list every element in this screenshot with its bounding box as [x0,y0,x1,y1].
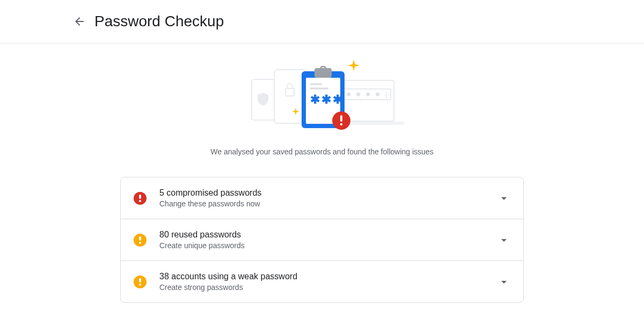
issue-desc: Create strong passwords [159,283,489,292]
svg-point-14 [139,242,141,244]
chevron-down-icon [497,276,510,288]
issue-text: 38 accounts using a weak password Create… [159,272,489,292]
svg-point-10 [340,123,342,125]
issue-row-reused[interactable]: 80 reused passwords Create unique passwo… [121,219,523,260]
svg-rect-13 [139,236,141,241]
issue-desc: Create unique passwords [159,241,489,250]
alert-icon [134,192,147,205]
warning-icon [134,276,147,288]
arrow-left-icon [73,15,86,28]
chevron-down-icon [497,192,510,205]
svg-rect-9 [340,115,342,122]
svg-point-12 [139,200,141,202]
issues-list: 5 compromised passwords Change these pas… [120,177,524,303]
issue-title: 38 accounts using a weak password [159,272,489,281]
sparkle-icon [348,59,360,71]
back-button[interactable] [69,11,90,32]
alert-badge-icon [332,111,351,130]
shield-icon [258,93,268,106]
issue-row-weak[interactable]: 38 accounts using a weak password Create… [121,260,523,302]
issue-text: 80 reused passwords Create unique passwo… [159,230,489,250]
chevron-down-icon [497,234,510,247]
svg-rect-3 [314,68,332,78]
sparkle-icon [292,108,299,115]
issue-text: 5 compromised passwords Change these pas… [159,188,489,208]
hero-illustration: ✱ ✱ ✱ ✱ | ✱✱✱ [236,56,408,137]
svg-point-16 [139,284,141,286]
hero-subtitle: We analysed your saved passwords and fou… [210,146,433,158]
svg-rect-15 [139,278,141,282]
lock-icon [284,83,295,97]
svg-rect-0 [286,88,294,96]
warning-icon [134,234,147,247]
issue-desc: Change these passwords now [159,199,489,208]
issue-row-compromised[interactable]: 5 compromised passwords Change these pas… [121,177,523,219]
svg-text:✱✱✱: ✱✱✱ [310,93,344,106]
issue-title: 5 compromised passwords [159,188,489,198]
main-content: ✱ ✱ ✱ ✱ | ✱✱✱ We analysed your saved pas… [0,43,644,303]
svg-rect-11 [139,195,141,199]
page-title: Password Checkup [94,13,224,30]
header: Password Checkup [0,0,644,43]
issue-title: 80 reused passwords [159,230,489,240]
